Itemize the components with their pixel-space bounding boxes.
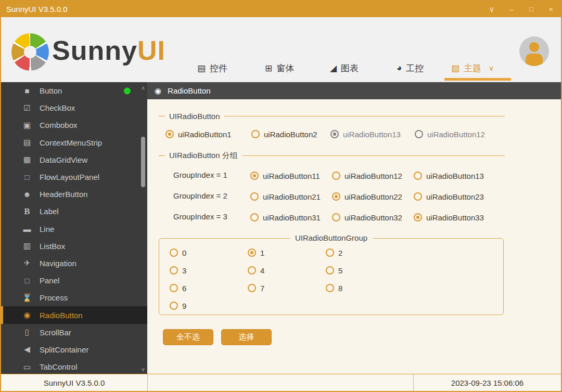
radio-icon: ◉ — [21, 310, 33, 320]
radio-unchecked-icon — [170, 266, 178, 275]
user-avatar[interactable] — [519, 36, 549, 66]
sidebar-item-label-control[interactable]: B Label — [1, 203, 147, 220]
radio-label: uiRadioButton13 — [343, 130, 401, 139]
minimize-icon[interactable]: – — [502, 1, 521, 17]
select-none-button[interactable]: 全不选 — [163, 329, 213, 345]
group-option-9[interactable]: 9 — [170, 300, 186, 311]
tab-charts[interactable]: ◢ 图表 — [330, 60, 359, 76]
radio-uiRadioButton33[interactable]: uiRadioButton33 — [414, 212, 484, 223]
sidebar-item-flowlayoutpanel[interactable]: □ FlowLayoutPanel — [1, 168, 147, 186]
scroll-down-icon[interactable]: ∨ — [140, 365, 146, 373]
label-icon: B — [21, 206, 33, 217]
group-option-8[interactable]: 8 — [326, 282, 342, 294]
uiradiobuttongroup-box: UIRadioButtonGroup 0 1 2 — [159, 238, 504, 315]
window-title: SunnyUI V3.5.0.0 — [1, 5, 68, 14]
group-option-4[interactable]: 4 — [248, 265, 264, 276]
section-rule — [224, 116, 505, 116]
hourglass-icon: ⌛ — [21, 293, 33, 303]
sidebar-item-tabcontrol[interactable]: ▭ TabControl — [1, 358, 147, 374]
content-body: UIRadioButton uiRadioButton1 uiRadioButt… — [147, 99, 561, 374]
radio-uiRadioButton32[interactable]: uiRadioButton32 — [332, 212, 402, 223]
tab-controls[interactable]: ▤ 控件 — [197, 60, 227, 76]
sidebar-item-contextmenustrip[interactable]: ▤ ContextMenuStrip — [1, 134, 147, 151]
combobox-icon: ▣ — [21, 121, 33, 130]
radio-label: 0 — [182, 249, 186, 257]
radio-uiRadioButton13[interactable]: uiRadioButton13 — [414, 170, 484, 181]
sidebar-item-process[interactable]: ⌛ Process — [1, 289, 147, 306]
radio-label: uiRadioButton12 — [427, 130, 485, 139]
group-option-6[interactable]: 6 — [170, 282, 186, 294]
split-icon: ◀ — [21, 345, 33, 354]
sidebar-item-radiobutton[interactable]: ◉ RadioButton — [1, 306, 147, 323]
status-dot — [124, 87, 131, 94]
tab-theme[interactable]: ▧ 主题 ∨ — [451, 60, 494, 76]
window-controls: ∨ – □ × — [482, 1, 561, 17]
section-grouping-header: UIRadioButton 分组 — [159, 151, 505, 161]
radio-uiRadioButton22[interactable]: uiRadioButton22 — [332, 191, 402, 202]
sidebar-item-label: Process — [40, 293, 68, 302]
app-window: SunnyUI V3.5.0.0 ∨ – □ × SunnyUI ▤ 控件 ⊞ … — [0, 0, 562, 392]
sidebar-item-checkbox[interactable]: ☑ CheckBox — [1, 99, 147, 116]
sidebar-item-label: HeaderButton — [40, 190, 88, 199]
content-header: ◉ RadioButton — [147, 82, 561, 99]
radio-checked-icon — [250, 172, 259, 180]
radio-uiRadioButton12[interactable]: uiRadioButton12 — [332, 170, 402, 181]
radio-label: 8 — [338, 284, 342, 293]
radio-uiRadioButton23[interactable]: uiRadioButton23 — [414, 191, 484, 202]
list-icon: ▤ — [197, 63, 206, 74]
group-option-3[interactable]: 3 — [170, 265, 186, 276]
group-option-0[interactable]: 0 — [170, 247, 186, 258]
collapse-titlebar-icon[interactable]: ∨ — [482, 1, 502, 17]
sidebar-item-headerbutton[interactable]: ☻ HeaderButton — [1, 186, 147, 203]
radio-label: uiRadioButton22 — [344, 192, 402, 201]
sidebar-item-splitcontainer[interactable]: ◀ SplitContainer — [1, 341, 147, 358]
radio-unchecked-icon — [415, 130, 423, 138]
radio-uiRadioButton2[interactable]: uiRadioButton2 — [251, 128, 317, 140]
group-option-7[interactable]: 7 — [248, 282, 264, 294]
group-option-5[interactable]: 5 — [326, 265, 342, 276]
sidebar-item-label: DataGridView — [40, 155, 87, 164]
scroll-up-icon[interactable]: ∧ — [140, 84, 146, 92]
groupbox-title: UIRadioButtonGroup — [290, 233, 373, 242]
radio-unchecked-icon — [250, 213, 259, 221]
groupindex-3-label: GroupIndex = 3 — [173, 212, 227, 221]
sidebar-item-combobox[interactable]: ▣ Combobox — [1, 116, 147, 134]
sidebar-item-listbox[interactable]: ▥ ListBox — [1, 238, 147, 255]
sidebar-item-label: TabControl — [40, 362, 78, 371]
radio-label: uiRadioButton13 — [426, 172, 484, 180]
sidebar-item-panel[interactable]: □ Panel — [1, 272, 147, 289]
sidebar-item-navigation[interactable]: ✈ Navigation — [1, 255, 147, 272]
sidebar-item-label: CheckBox — [40, 103, 75, 112]
radio-uiRadioButton21[interactable]: uiRadioButton21 — [250, 191, 321, 202]
content-panel: ◉ RadioButton UIRadioButton uiRadioButto… — [147, 82, 561, 374]
radio-uiRadioButton1[interactable]: uiRadioButton1 — [165, 128, 232, 140]
panel-icon: □ — [21, 173, 33, 181]
radio-checked-icon — [165, 130, 174, 138]
sidebar-item-line[interactable]: ▬ Line — [1, 220, 147, 238]
section-uiradiobutton-header: UIRadioButton — [159, 112, 505, 121]
maximize-icon[interactable]: □ — [521, 1, 541, 17]
radio-uiRadioButton13-disabled: uiRadioButton13 — [330, 128, 401, 140]
tab-forms[interactable]: ⊞ 窗体 — [265, 60, 294, 76]
radio-uiRadioButton31[interactable]: uiRadioButton31 — [250, 212, 321, 223]
sidebar-item-datagridview[interactable]: ▦ DataGridView — [1, 151, 147, 168]
section-dash — [159, 155, 165, 156]
group-option-1[interactable]: 1 — [248, 247, 264, 258]
scrollbar-thumb[interactable] — [141, 137, 145, 187]
sidebar-item-button[interactable]: ■ Button — [1, 82, 147, 99]
gauge-icon: ◕ — [397, 63, 402, 73]
select-button[interactable]: 选择 — [221, 329, 272, 345]
group-option-2[interactable]: 2 — [326, 247, 342, 258]
sidebar-item-label: ContextMenuStrip — [40, 138, 102, 147]
tab-industrial[interactable]: ◕ 工控 — [397, 60, 424, 76]
radio-unchecked-icon — [170, 302, 178, 310]
close-icon[interactable]: × — [541, 1, 561, 17]
sidebar-item-scrollbar[interactable]: ▯ ScrollBar — [1, 324, 147, 341]
titlebar: SunnyUI V3.5.0.0 ∨ – □ × — [1, 1, 561, 17]
tab-label: 图表 — [341, 62, 359, 74]
radio-label: 1 — [260, 249, 264, 257]
sidebar-scrollbar: ∧ ∨ — [140, 82, 146, 374]
button-icon: ■ — [21, 86, 33, 95]
radio-uiRadioButton11[interactable]: uiRadioButton11 — [250, 170, 320, 181]
radio-label: uiRadioButton11 — [263, 172, 320, 180]
